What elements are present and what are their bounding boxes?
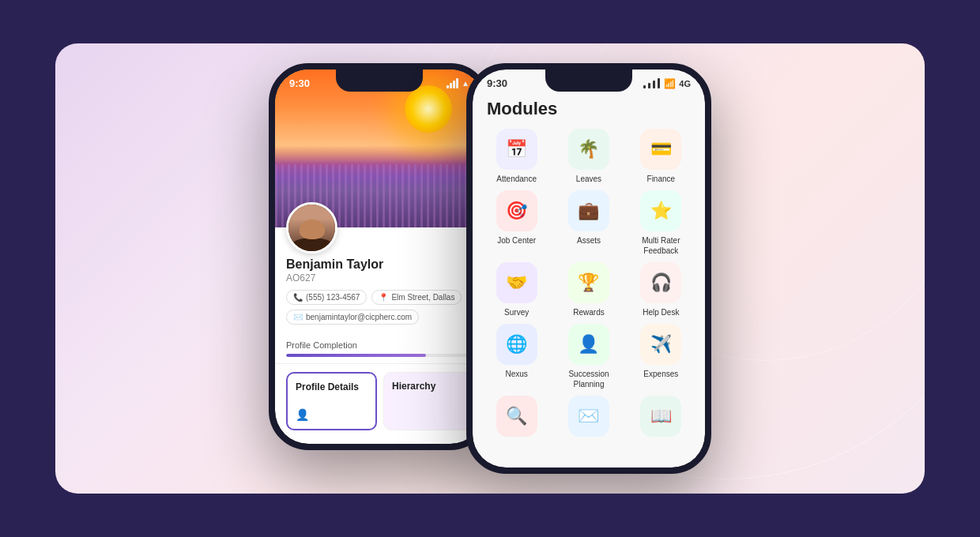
module-item-survey[interactable]: 🤝Survey [484, 262, 549, 317]
profile-name: Benjamin Taylor [286, 257, 473, 272]
tab-profile-label: Profile Details [296, 381, 359, 392]
tab-hierarchy-label: Hierarchy [392, 381, 435, 392]
phone-left: 9:30 ▲ [269, 63, 490, 450]
module-icon-more2: ✉️ [568, 396, 609, 437]
module-icon-succession: 👤 [568, 324, 609, 365]
avatar-face [288, 205, 335, 251]
module-item-help-desk[interactable]: 🎧Help Desk [628, 262, 694, 317]
module-item-finance[interactable]: 💳Finance [628, 129, 694, 184]
location-text: Elm Street, Dallas [391, 293, 454, 302]
network-type: 4G [679, 79, 691, 88]
module-label-attendance: Attendance [496, 174, 537, 184]
module-icon-job-center: 🎯 [496, 190, 537, 231]
module-item-expenses[interactable]: ✈️Expenses [628, 324, 694, 389]
signal-icon-left [447, 78, 458, 88]
status-icons-right: 📶 4G [643, 78, 691, 89]
module-item-leaves[interactable]: 🌴Leaves [556, 129, 621, 184]
completion-fill [286, 354, 426, 357]
modules-screen: 9:30 📶 4G Modules [473, 69, 705, 468]
phone-badge: 📞 (555) 123-4567 [286, 290, 367, 305]
location-icon: 📍 [379, 293, 388, 302]
module-item-more2[interactable]: ✉️ [556, 396, 621, 437]
module-item-nexus[interactable]: 🌐Nexus [484, 324, 549, 389]
module-icon-survey: 🤝 [496, 262, 537, 303]
modules-header: Modules [473, 92, 705, 129]
sun-glow [405, 85, 452, 133]
module-item-succession[interactable]: 👤Succession Planning [556, 324, 621, 389]
module-label-survey: Survey [504, 307, 529, 317]
signal-icon-right [643, 78, 661, 88]
module-icon-leaves: 🌴 [568, 129, 609, 170]
background-card: 9:30 ▲ [55, 43, 925, 494]
module-item-more3[interactable]: 📖 [628, 396, 694, 437]
email-badge: ✉️ benjamintaylor@cicpherc.com [286, 310, 419, 325]
module-label-expenses: Expenses [643, 369, 678, 379]
location-badge: 📍 Elm Street, Dallas [371, 290, 462, 305]
module-icon-more1: 🔍 [496, 396, 537, 437]
tab-hierarchy[interactable]: Hierarchy [383, 372, 473, 430]
module-item-job-center[interactable]: 🎯Job Center [484, 190, 549, 256]
wifi-icon-right: 📶 [664, 78, 676, 89]
tab-profile-details[interactable]: Profile Details 👤 [286, 372, 377, 430]
profile-screen: 9:30 ▲ [275, 69, 484, 444]
phone-notch-left [336, 69, 423, 92]
module-icon-more3: 📖 [640, 396, 681, 437]
module-item-multi-rater[interactable]: ⭐Multi Rater Feedback [628, 190, 694, 256]
module-item-assets[interactable]: 💼Assets [556, 190, 621, 256]
profile-avatar-section: Benjamin Taylor AO627 📞 (555) 123-4567 📍… [275, 227, 484, 334]
module-item-more1[interactable]: 🔍 [484, 396, 549, 437]
email-text: benjamintaylor@cicpherc.com [306, 313, 412, 321]
module-icon-finance: 💳 [640, 129, 681, 170]
module-item-rewards[interactable]: 🏆Rewards [556, 262, 621, 317]
module-icon-rewards: 🏆 [568, 262, 609, 303]
profile-tab-icon: 👤 [296, 408, 309, 421]
module-label-rewards: Rewards [573, 307, 604, 317]
phone-right: 9:30 📶 4G Modules [466, 63, 711, 474]
wifi-icon-left: ▲ [462, 79, 469, 88]
module-icon-nexus: 🌐 [496, 324, 537, 365]
module-icon-help-desk: 🎧 [640, 262, 681, 303]
profile-tabs[interactable]: Profile Details 👤 Hierarchy [275, 364, 484, 438]
module-icon-multi-rater: ⭐ [640, 190, 681, 231]
module-icon-attendance: 📅 [496, 129, 537, 170]
modules-title: Modules [487, 99, 691, 119]
profile-info-row: 📞 (555) 123-4567 📍 Elm Street, Dallas [286, 290, 473, 305]
module-label-job-center: Job Center [497, 235, 536, 246]
profile-completion-section: Profile Completion [275, 334, 484, 364]
phone-notch-right [545, 69, 632, 92]
module-label-succession: Succession Planning [556, 369, 621, 389]
profile-employee-id: AO627 [286, 272, 473, 284]
module-label-leaves: Leaves [576, 174, 601, 184]
phones-container: 9:30 ▲ [269, 63, 711, 474]
module-item-attendance[interactable]: 📅Attendance [484, 129, 549, 184]
phone-number: (555) 123-4567 [306, 293, 360, 302]
time-right: 9:30 [487, 77, 507, 89]
email-icon: ✉️ [293, 313, 303, 321]
module-label-assets: Assets [577, 235, 601, 246]
avatar-head [300, 220, 325, 239]
module-label-help-desk: Help Desk [643, 307, 679, 317]
module-label-multi-rater: Multi Rater Feedback [628, 235, 694, 256]
module-icon-expenses: ✈️ [640, 324, 681, 365]
module-label-nexus: Nexus [505, 369, 527, 379]
completion-label: Profile Completion [286, 340, 473, 350]
completion-bar [286, 354, 473, 357]
modules-grid: 📅Attendance🌴Leaves💳Finance🎯Job Center💼As… [473, 129, 705, 437]
avatar-body [292, 238, 332, 251]
phone-icon: 📞 [293, 293, 303, 302]
module-icon-assets: 💼 [568, 190, 609, 231]
status-icons-left: ▲ [447, 78, 469, 88]
email-row: ✉️ benjamintaylor@cicpherc.com [286, 309, 473, 325]
module-label-finance: Finance [647, 174, 676, 184]
time-left: 9:30 [289, 77, 310, 89]
avatar [286, 202, 337, 253]
